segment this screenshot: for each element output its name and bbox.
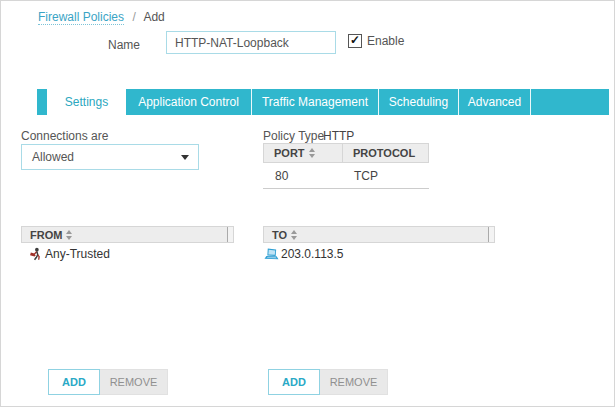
tab-application-control-label: Application Control bbox=[138, 95, 239, 109]
tab-bar: Settings Application Control Traffic Man… bbox=[37, 89, 609, 115]
protocol-header-label: PROTOCOL bbox=[353, 147, 415, 159]
tab-advanced-label: Advanced bbox=[468, 95, 521, 109]
to-add-button[interactable]: ADD bbox=[268, 369, 320, 395]
firewall-policy-add-page: Firewall Policies / Add Name Enable Sett… bbox=[0, 0, 615, 407]
to-list-item[interactable]: 203.0.113.5 bbox=[264, 247, 344, 261]
tab-settings[interactable]: Settings bbox=[48, 89, 126, 115]
to-table-header: TO bbox=[263, 226, 495, 243]
from-remove-button[interactable]: REMOVE bbox=[100, 369, 168, 395]
protocol-column-header: PROTOCOL bbox=[343, 147, 415, 159]
tab-scheduling-label: Scheduling bbox=[389, 95, 448, 109]
policy-type-value: HTTP bbox=[323, 129, 354, 143]
policy-port-table: PORT PROTOCOL 80 TCP bbox=[263, 143, 429, 189]
tab-traffic-management-label: Traffic Management bbox=[262, 95, 368, 109]
sort-icon[interactable] bbox=[309, 148, 315, 158]
protocol-cell: TCP bbox=[342, 169, 378, 183]
connections-dropdown[interactable]: Allowed bbox=[21, 144, 199, 170]
tab-advanced[interactable]: Advanced bbox=[459, 89, 531, 115]
policy-port-table-header: PORT PROTOCOL bbox=[263, 143, 429, 163]
tab-bar-lead bbox=[37, 89, 48, 115]
tab-scheduling[interactable]: Scheduling bbox=[379, 89, 459, 115]
chevron-down-icon bbox=[181, 155, 189, 160]
to-item-label: 203.0.113.5 bbox=[281, 247, 344, 261]
enable-checkbox[interactable] bbox=[348, 34, 362, 48]
connections-are-label: Connections are bbox=[21, 129, 108, 143]
enable-checkbox-group: Enable bbox=[348, 34, 404, 48]
tab-settings-label: Settings bbox=[65, 95, 108, 109]
port-cell: 80 bbox=[263, 169, 342, 183]
connections-dropdown-value: Allowed bbox=[32, 150, 74, 164]
tab-traffic-management[interactable]: Traffic Management bbox=[252, 89, 379, 115]
policy-name-input[interactable] bbox=[166, 31, 336, 54]
from-table-header: FROM bbox=[21, 226, 234, 243]
port-header-label: PORT bbox=[274, 147, 305, 159]
breadcrumb-separator: / bbox=[132, 10, 135, 24]
from-list-item[interactable]: Any-Trusted bbox=[28, 247, 110, 261]
from-item-label: Any-Trusted bbox=[45, 247, 110, 261]
name-label: Name bbox=[108, 38, 140, 52]
to-button-group: ADD REMOVE bbox=[268, 369, 388, 395]
tab-bar-filler bbox=[531, 89, 609, 115]
host-icon bbox=[264, 247, 279, 261]
from-button-group: ADD REMOVE bbox=[48, 369, 168, 395]
enable-label: Enable bbox=[367, 34, 404, 48]
to-header-label: TO bbox=[272, 229, 287, 241]
scrollbar-track[interactable] bbox=[488, 227, 494, 242]
to-remove-button[interactable]: REMOVE bbox=[320, 369, 388, 395]
sort-icon[interactable] bbox=[291, 230, 297, 240]
scrollbar-track[interactable] bbox=[227, 227, 233, 242]
from-add-button[interactable]: ADD bbox=[48, 369, 100, 395]
alias-icon bbox=[28, 247, 43, 261]
tab-application-control[interactable]: Application Control bbox=[126, 89, 252, 115]
breadcrumb: Firewall Policies / Add bbox=[38, 10, 165, 24]
policy-type-label: Policy Type bbox=[263, 129, 324, 143]
from-header-label: FROM bbox=[30, 229, 62, 241]
port-column-header[interactable]: PORT bbox=[264, 144, 343, 162]
sort-icon[interactable] bbox=[66, 230, 72, 240]
table-row[interactable]: 80 TCP bbox=[263, 163, 429, 189]
breadcrumb-current-add: Add bbox=[143, 10, 164, 24]
breadcrumb-link-firewall-policies[interactable]: Firewall Policies bbox=[38, 10, 124, 25]
